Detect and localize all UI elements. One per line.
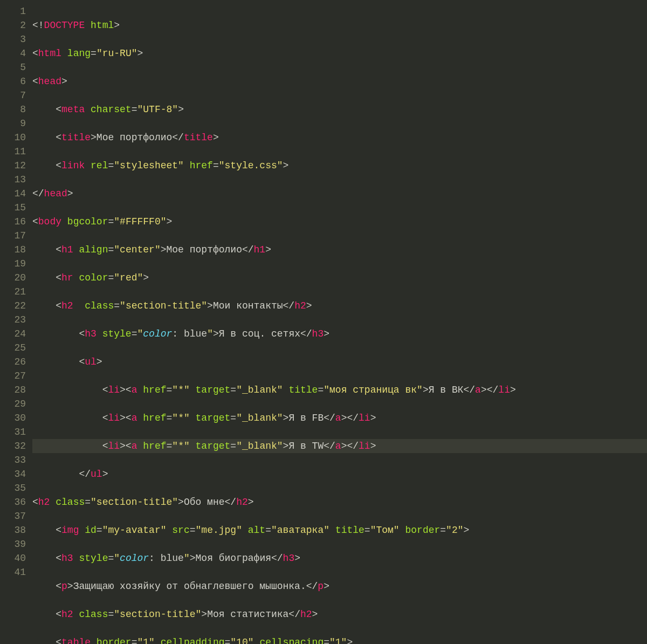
code-line[interactable]: <!DOCTYPE html> <box>32 18 647 32</box>
line-number: 5 <box>0 60 26 74</box>
line-number: 4 <box>0 46 26 60</box>
code-line[interactable]: <h3 style="color: blue">Моя биография</h… <box>32 551 647 565</box>
line-number: 24 <box>0 327 26 341</box>
line-number: 32 <box>0 439 26 453</box>
line-number: 11 <box>0 145 26 159</box>
line-number: 20 <box>0 271 26 285</box>
code-line-highlighted[interactable]: <li><a href="*" target="_blank">Я в TW</… <box>32 439 647 453</box>
line-number: 7 <box>0 88 26 102</box>
code-line[interactable]: <p>Защищаю хозяйку от обнаглевшего мышон… <box>32 579 647 593</box>
line-number: 6 <box>0 74 26 88</box>
line-number: 26 <box>0 355 26 369</box>
line-number: 15 <box>0 201 26 215</box>
line-number: 33 <box>0 453 26 467</box>
code-line[interactable]: <h1 align="center">Мое портфолио</h1> <box>32 243 647 257</box>
code-line[interactable]: <img id="my-avatar" src="me.jpg" alt="ав… <box>32 523 647 537</box>
code-line[interactable]: <table border="1" cellpadding="10" cells… <box>32 635 647 644</box>
line-number: 40 <box>0 551 26 565</box>
line-number: 23 <box>0 313 26 327</box>
code-line[interactable]: <li><a href="*" target="_blank" title="м… <box>32 383 647 397</box>
line-number: 39 <box>0 537 26 551</box>
code-line[interactable]: </head> <box>32 187 647 201</box>
code-line[interactable]: <li><a href="*" target="_blank">Я в FB</… <box>32 411 647 425</box>
line-number-gutter: 1 2 3 4 5 6 7 8 9 10 11 12 13 14 15 16 1… <box>0 0 30 644</box>
code-line[interactable]: <html lang="ru-RU"> <box>32 46 647 60</box>
line-number: 17 <box>0 229 26 243</box>
line-number: 25 <box>0 341 26 355</box>
line-number: 14 <box>0 187 26 201</box>
line-number: 36 <box>0 495 26 509</box>
line-number: 37 <box>0 509 26 523</box>
line-number: 2 <box>0 18 26 32</box>
code-line[interactable]: <h2 class="section-title">Обо мне</h2> <box>32 495 647 509</box>
line-number: 34 <box>0 467 26 481</box>
code-line[interactable]: <ul> <box>32 355 647 369</box>
line-number: 35 <box>0 481 26 495</box>
line-number: 8 <box>0 102 26 117</box>
line-number: 18 <box>0 243 26 257</box>
code-line[interactable]: <link rel="stylesheet" href="style.css"> <box>32 159 647 173</box>
line-number: 41 <box>0 565 26 579</box>
code-area[interactable]: <!DOCTYPE html> <html lang="ru-RU"> <hea… <box>30 0 647 644</box>
code-line[interactable]: <body bgcolor="#FFFFF0"> <box>32 215 647 229</box>
line-number: 28 <box>0 383 26 397</box>
line-number: 31 <box>0 425 26 439</box>
code-line[interactable]: <meta charset="UTF-8"> <box>32 102 647 117</box>
line-number: 3 <box>0 32 26 46</box>
line-number: 1 <box>0 4 26 18</box>
line-number: 30 <box>0 411 26 425</box>
line-number: 10 <box>0 131 26 145</box>
line-number: 21 <box>0 285 26 299</box>
line-number: 16 <box>0 215 26 229</box>
line-number: 38 <box>0 523 26 537</box>
code-line[interactable]: <h2 class="section-title">Моя статистика… <box>32 607 647 621</box>
code-line[interactable]: </ul> <box>32 467 647 481</box>
code-line[interactable]: <title>Мое портфолио</title> <box>32 131 647 145</box>
code-line[interactable]: <hr color="red"> <box>32 271 647 285</box>
code-editor: 1 2 3 4 5 6 7 8 9 10 11 12 13 14 15 16 1… <box>0 0 647 644</box>
line-number: 29 <box>0 397 26 411</box>
line-number: 22 <box>0 299 26 313</box>
line-number: 9 <box>0 117 26 131</box>
code-line[interactable]: <h3 style="color: blue">Я в соц. сетях</… <box>32 327 647 341</box>
line-number: 12 <box>0 159 26 173</box>
code-line[interactable]: <h2 class="section-title">Мои контакты</… <box>32 299 647 313</box>
code-line[interactable]: <head> <box>32 74 647 88</box>
line-number: 27 <box>0 369 26 383</box>
line-number: 19 <box>0 257 26 271</box>
line-number: 13 <box>0 173 26 187</box>
